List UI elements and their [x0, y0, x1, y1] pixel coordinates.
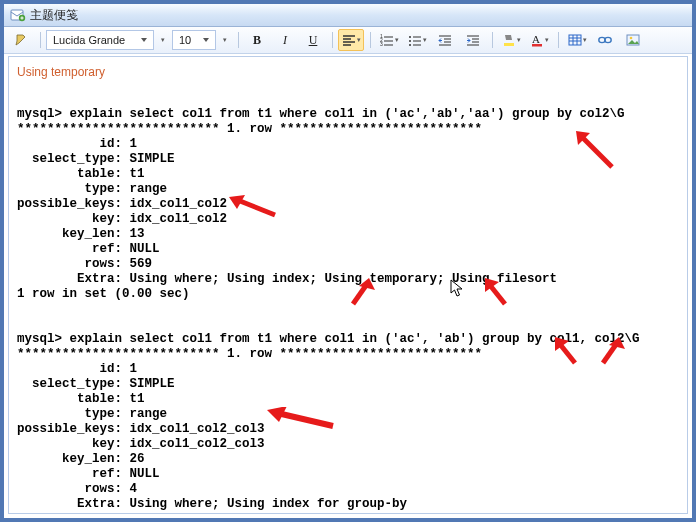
font-name-group: Lucida Grande ▾ — [46, 29, 170, 51]
svg-text:A: A — [532, 33, 540, 45]
underline-button[interactable]: U — [300, 29, 326, 51]
svg-rect-8 — [504, 43, 514, 46]
font-size-group: 10 ▾ — [172, 29, 232, 51]
indent-button[interactable] — [460, 29, 486, 51]
font-name-select[interactable]: Lucida Grande — [46, 30, 154, 50]
app-icon — [10, 7, 26, 23]
font-size-dropdown-button[interactable]: ▾ — [216, 29, 232, 51]
app-window: 主题便笺 Lucida Grande ▾ 10 ▾ B I U — [0, 0, 696, 522]
svg-text:3: 3 — [380, 41, 383, 46]
font-name-value: Lucida Grande — [53, 34, 125, 46]
chevron-down-icon — [203, 38, 209, 42]
insert-table-button[interactable]: ▾ — [564, 29, 590, 51]
sql-output-block-1: mysql> explain select col1 from t1 where… — [17, 107, 679, 302]
insert-link-button[interactable] — [592, 29, 618, 51]
bullet-list-button[interactable]: ▾ — [404, 29, 430, 51]
font-size-select[interactable]: 10 — [172, 30, 216, 50]
toolbar-separator — [330, 30, 334, 50]
svg-point-6 — [409, 40, 411, 42]
chevron-down-icon — [141, 38, 147, 42]
insert-image-button[interactable] — [620, 29, 646, 51]
svg-point-5 — [409, 36, 411, 38]
bold-button[interactable]: B — [244, 29, 270, 51]
svg-point-15 — [630, 37, 633, 40]
editor-viewport[interactable]: Using temporary mysql> explain select co… — [8, 56, 688, 514]
titlebar: 主题便笺 — [4, 4, 692, 27]
window-title: 主题便笺 — [30, 7, 78, 24]
toolbar-separator — [368, 30, 372, 50]
font-name-dropdown-button[interactable]: ▾ — [154, 29, 170, 51]
mouse-cursor-icon — [450, 279, 463, 297]
svg-rect-11 — [569, 35, 581, 45]
toolbar-separator — [236, 30, 240, 50]
svg-rect-10 — [532, 44, 542, 47]
section-heading: Using temporary — [17, 65, 679, 79]
align-button[interactable]: ▾ — [338, 29, 364, 51]
format-painter-button[interactable] — [8, 29, 34, 51]
toolbar-separator — [490, 30, 494, 50]
document-body: Using temporary mysql> explain select co… — [9, 57, 687, 514]
toolbar-separator — [556, 30, 560, 50]
italic-button[interactable]: I — [272, 29, 298, 51]
font-size-value: 10 — [179, 34, 191, 46]
toolbar-separator — [38, 30, 42, 50]
outdent-button[interactable] — [432, 29, 458, 51]
highlight-color-button[interactable]: ▾ — [498, 29, 524, 51]
toolbar: Lucida Grande ▾ 10 ▾ B I U ▾ — [4, 27, 692, 54]
font-color-button[interactable]: A ▾ — [526, 29, 552, 51]
svg-point-7 — [409, 44, 411, 46]
sql-output-block-2: mysql> explain select col1 from t1 where… — [17, 332, 679, 512]
numbered-list-button[interactable]: 123 ▾ — [376, 29, 402, 51]
